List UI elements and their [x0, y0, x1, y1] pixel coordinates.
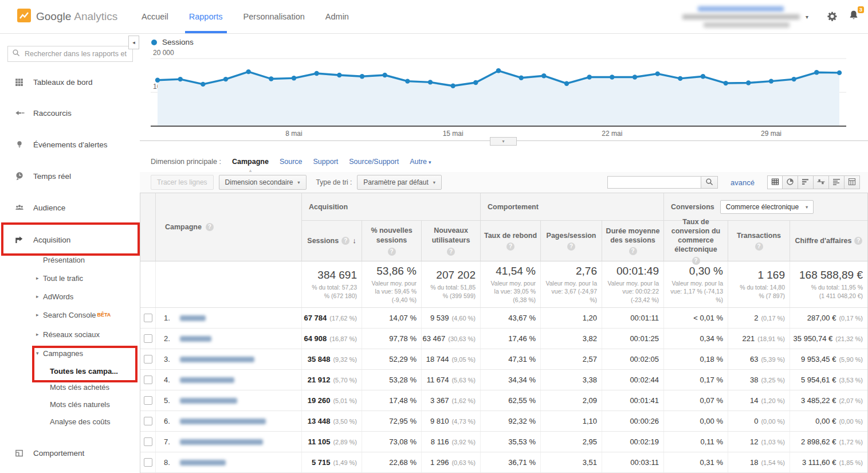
sessions-data-point[interactable] [746, 80, 751, 85]
sidebar-item-toutes-les-campagnes[interactable]: Toutes les campa... [0, 365, 140, 377]
sessions-data-point[interactable] [814, 70, 819, 75]
new-sessions-column-header[interactable]: % nouvelles sessions [362, 221, 421, 261]
search-input[interactable] [23, 49, 128, 58]
sidebar-collapse-button[interactable]: ◂ [128, 36, 139, 49]
campaign-name-redacted[interactable] [180, 377, 234, 383]
sessions-data-point[interactable] [678, 76, 682, 81]
sessions-data-point[interactable] [587, 75, 592, 79]
sessions-data-point[interactable] [610, 75, 614, 79]
help-icon[interactable] [447, 248, 455, 256]
row-checkbox[interactable] [144, 437, 152, 446]
campaign-name-redacted[interactable] [180, 439, 263, 445]
row-checkbox[interactable] [144, 334, 152, 343]
table-search-input[interactable] [607, 176, 701, 189]
sidebar-item-evenements-alertes[interactable]: Événements d'alertes [0, 138, 140, 151]
notifications-button[interactable]: 3 [847, 9, 860, 24]
secondary-dimension-button[interactable]: Dimension secondaire▾ [219, 175, 307, 190]
campaign-name-redacted[interactable] [180, 460, 226, 466]
campaign-name-redacted[interactable] [180, 336, 211, 342]
sessions-data-point[interactable] [519, 76, 524, 80]
sessions-data-point[interactable] [837, 71, 842, 75]
sidebar-item-comportement[interactable]: Comportement [0, 446, 140, 460]
sessions-data-point[interactable] [701, 74, 705, 79]
dimension-tab-source[interactable]: Source [280, 158, 303, 166]
view-term-cloud-button[interactable] [829, 175, 845, 189]
sessions-data-point[interactable] [223, 77, 228, 81]
sessions-data-point[interactable] [541, 73, 546, 78]
nav-personnalisation[interactable]: Personnalisation [243, 0, 305, 33]
row-checkbox[interactable] [144, 376, 152, 384]
sidebar-item-temps-reel[interactable]: Temps réel [0, 169, 140, 183]
sidebar-item-mots-cles-naturels[interactable]: Mots clés naturels [0, 398, 140, 411]
campaign-name-redacted[interactable] [180, 357, 254, 362]
google-analytics-logo[interactable]: Google Analytics [17, 9, 117, 25]
sessions-data-point[interactable] [655, 71, 660, 76]
sessions-data-point[interactable] [428, 80, 433, 84]
sessions-data-point[interactable] [155, 78, 160, 83]
campaign-column-header[interactable]: Campagne [155, 193, 301, 261]
sessions-data-point[interactable] [201, 82, 205, 87]
help-icon[interactable] [755, 243, 763, 251]
sessions-data-point[interactable] [246, 69, 251, 74]
advanced-search-link[interactable]: avancé [730, 178, 755, 187]
help-icon[interactable] [629, 247, 637, 255]
help-icon[interactable] [341, 237, 349, 245]
conversions-type-select[interactable]: Commerce électronique▾ [720, 200, 814, 214]
nav-accueil[interactable]: Accueil [142, 0, 168, 33]
sessions-column-header[interactable]: Sessions [301, 221, 362, 261]
nav-rapports[interactable]: Rapports [189, 0, 223, 33]
account-switcher[interactable]: ▾ [682, 6, 808, 28]
sessions-data-point[interactable] [496, 68, 501, 73]
revenue-column-header[interactable]: Chiffre d'affaires [790, 221, 867, 261]
sidebar-search[interactable] [7, 46, 133, 62]
row-checkbox[interactable] [144, 458, 152, 467]
sessions-data-point[interactable] [564, 81, 569, 86]
view-performance-button[interactable] [798, 175, 814, 189]
sessions-data-point[interactable] [451, 84, 455, 88]
sidebar-item-analyse-des-couts[interactable]: Analyse des coûts [0, 415, 140, 428]
view-comparison-button[interactable] [814, 175, 829, 189]
sidebar-item-reseaux-sociaux[interactable]: ▸ Réseaux sociaux [0, 328, 140, 341]
sessions-data-point[interactable] [337, 73, 341, 77]
sessions-data-point[interactable] [769, 79, 773, 83]
table-search-button[interactable] [701, 176, 718, 189]
dimension-tab-support[interactable]: Support [313, 158, 339, 166]
settings-gear-button[interactable] [826, 10, 838, 24]
sessions-data-point[interactable] [292, 76, 296, 80]
chart-collapse-tab[interactable]: ▾ [490, 137, 517, 146]
bounce-rate-column-header[interactable]: Taux de rebond [480, 221, 540, 261]
sessions-data-point[interactable] [724, 81, 728, 85]
campaign-name-redacted[interactable] [180, 419, 266, 424]
sessions-data-point[interactable] [269, 76, 273, 81]
row-checkbox[interactable] [144, 314, 152, 322]
sessions-data-point[interactable] [633, 75, 637, 79]
view-percentage-button[interactable] [783, 175, 798, 189]
sidebar-item-presentation[interactable]: Présentation [0, 253, 140, 266]
row-checkbox[interactable] [144, 417, 152, 425]
campaign-name-redacted[interactable] [180, 398, 237, 404]
sessions-data-point[interactable] [792, 77, 796, 81]
new-users-column-header[interactable]: Nouveaux utilisateurs [421, 221, 480, 261]
help-icon[interactable] [206, 223, 214, 231]
sessions-data-point[interactable] [405, 79, 410, 83]
help-icon[interactable] [854, 237, 862, 245]
dimension-tab-autre[interactable]: Autre▾ [410, 158, 431, 166]
sidebar-item-adwords[interactable]: ▸ AdWords [0, 290, 140, 303]
sort-type-button[interactable]: Paramètre par défaut▾ [357, 175, 442, 190]
sidebar-item-mots-cles-achetes[interactable]: Mots clés achetés [0, 381, 140, 393]
view-table-button[interactable] [767, 175, 783, 189]
dimension-tab-campagne[interactable]: Campagne ▴ [232, 158, 269, 166]
dimension-tab-source-support[interactable]: Source/Support [349, 158, 399, 166]
pages-session-column-header[interactable]: Pages/session [540, 221, 602, 261]
sessions-data-point[interactable] [178, 77, 183, 81]
campaign-name-redacted[interactable] [180, 315, 206, 321]
sidebar-item-audience[interactable]: Audience [0, 201, 140, 214]
sidebar-item-search-console[interactable]: ▸ Search Console BÊTA [0, 308, 140, 321]
sessions-data-point[interactable] [360, 74, 364, 79]
sidebar-item-campagnes[interactable]: ▾ Campagnes [0, 347, 140, 359]
row-checkbox[interactable] [144, 355, 152, 363]
row-checkbox[interactable] [144, 396, 152, 405]
sessions-data-point[interactable] [383, 73, 387, 77]
help-icon[interactable] [506, 243, 514, 251]
plot-rows-button[interactable]: Tracer les lignes [151, 175, 214, 190]
